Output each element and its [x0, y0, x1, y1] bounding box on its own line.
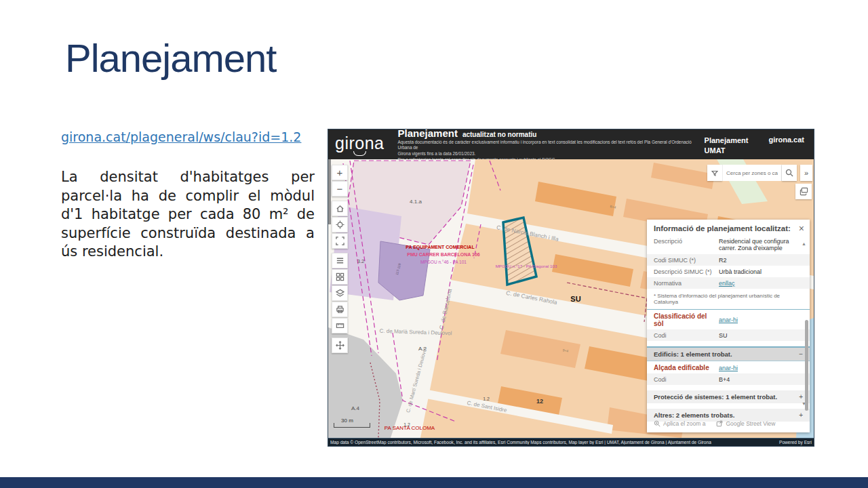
print-icon [336, 305, 344, 314]
powered-by: Powered by Esri [774, 440, 812, 445]
app-header-center: Planejament actualitzat no normatiu Aque… [398, 126, 698, 162]
search-filter-button[interactable] [707, 165, 722, 181]
anar-hi-link[interactable]: anar-hi [719, 365, 738, 371]
panel-footnote: * Sistema d'informació del planejament u… [647, 289, 810, 310]
map-attribution: Map data © OpenStreetMap contributors, M… [328, 438, 814, 446]
basemap-button[interactable] [332, 269, 348, 285]
table-row: Codi SU [647, 329, 810, 341]
app-title: Planejament [398, 127, 458, 139]
bookmarks-button[interactable] [795, 184, 812, 199]
home-icon [336, 204, 344, 213]
table-row: Codi B+4 [647, 373, 810, 385]
page-title: Planejament [65, 35, 276, 81]
map-toolbar: + − [332, 165, 348, 353]
panel-scrollbar[interactable] [805, 320, 808, 411]
widget-expand-button[interactable]: » [800, 165, 812, 181]
app-header: girona Planejament actualitzat no normat… [328, 129, 814, 159]
map-edge-strip [328, 159, 331, 224]
legend-button[interactable] [332, 253, 348, 268]
zoom-out-button[interactable]: − [332, 181, 348, 197]
table-row: Codi SIMUC (*) R2 [647, 254, 810, 266]
extent-button[interactable] [332, 233, 348, 249]
search-icon [785, 169, 793, 177]
pan-button[interactable] [332, 338, 348, 353]
panel-title: Informació de planejament localitzat: [647, 220, 810, 235]
info-panel: Informació de planejament localitzat: × … [647, 220, 810, 432]
map-canvas[interactable]: 4.1.a3.2PA EQUIPAMENT COMERCIALPMU CARRE… [328, 159, 814, 438]
disclaimer-line-1: Aquesta documentació és de caràcter excl… [398, 140, 698, 150]
apply-zoom-action[interactable]: Aplica el zoom a [654, 420, 705, 427]
street-view-action[interactable]: Google Street View [716, 420, 775, 427]
extent-icon [336, 237, 344, 245]
pan-icon [336, 341, 344, 350]
girona-logo: girona [335, 134, 384, 153]
zoom-in-button[interactable]: + [332, 165, 348, 180]
layers-icon [336, 289, 344, 298]
locate-icon [336, 220, 344, 229]
close-icon[interactable]: × [799, 223, 804, 234]
attribution-text: Map data © OpenStreetMap contributors, M… [330, 440, 711, 445]
table-row: Normativa enllaç [647, 277, 810, 289]
search-widget [707, 165, 797, 181]
edificis-group-header[interactable]: Edificis: 1 element trobat. − [647, 346, 810, 361]
home-button[interactable] [332, 201, 348, 216]
filter-dropdown-icon [711, 170, 718, 176]
measure-button[interactable] [332, 318, 348, 333]
slide: Planejament girona.cat/plageneral/ws/cla… [0, 0, 868, 488]
scale-bar [334, 415, 374, 429]
map-app-screenshot: girona Planejament actualitzat no normat… [328, 129, 814, 447]
header-app-name: Planejament [705, 136, 749, 146]
anar-hi-link[interactable]: anar-hi [719, 317, 738, 323]
header-site: girona.cat [768, 136, 804, 144]
legend-icon [336, 256, 344, 265]
table-row: Descripció Residencial que configura car… [647, 235, 810, 254]
section-alcada: Alçada edificable anar-hi [647, 361, 810, 373]
body-text: La densitat d'habitatges per parcel·la h… [61, 168, 315, 262]
logo-smile-arc [353, 151, 366, 156]
app-subtitle: actualitzat no normatiu [462, 131, 536, 138]
section-classificacio: Classificació del sòl anar-hi [647, 310, 810, 329]
disclaimer-line-2: Girona vigents fins a la data 26/01/2023… [398, 151, 698, 157]
normativa-link[interactable]: enllaç [719, 280, 735, 287]
panel-footer: Aplica el zoom a Google Street View [647, 415, 810, 432]
header-org-name: UMAT [705, 146, 749, 156]
hyperlink[interactable]: girona.cat/plageneral/ws/clau?id=1.2 [61, 129, 301, 144]
scroll-up-icon[interactable]: ▲ [802, 241, 806, 246]
app-header-right: Planejament UMAT girona.cat [705, 134, 804, 156]
stacked-maps-icon [800, 187, 808, 196]
layers-button[interactable] [332, 285, 348, 301]
proteccio-group-header[interactable]: Protecció de sistemes: 1 element trobat.… [647, 390, 810, 403]
search-button[interactable] [782, 165, 797, 181]
expand-icon[interactable]: + [799, 393, 803, 401]
table-row: Descripció SIMUC (*) Urbà tradicional [647, 266, 810, 277]
external-link-icon [716, 420, 723, 427]
measure-icon [336, 321, 344, 330]
locate-button[interactable] [332, 217, 348, 232]
print-button[interactable] [332, 302, 348, 317]
basemap-grid-icon [336, 272, 344, 281]
search-input[interactable] [722, 165, 782, 181]
collapse-icon[interactable]: − [799, 350, 803, 358]
slide-footer-bar [0, 477, 868, 488]
zoom-to-icon [654, 420, 660, 427]
